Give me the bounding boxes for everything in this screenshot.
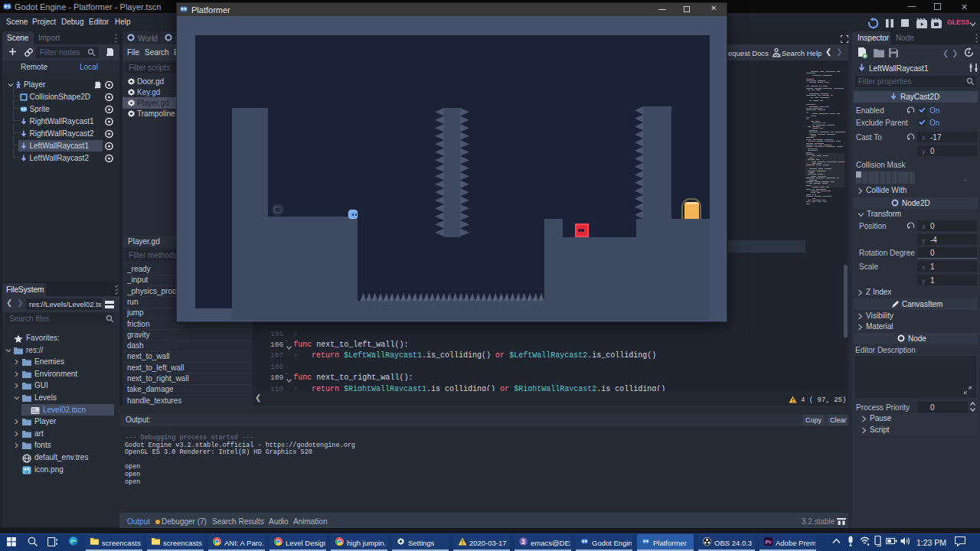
svg-text:DOC: DOC: [774, 53, 782, 57]
svg-text:Pr: Pr: [765, 539, 771, 546]
